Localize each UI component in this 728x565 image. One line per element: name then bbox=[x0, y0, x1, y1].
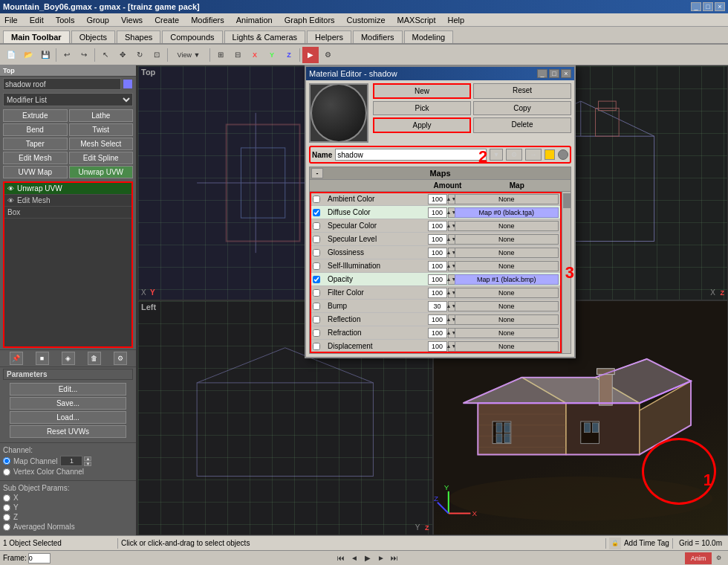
scale-icon[interactable]: ⊡ bbox=[149, 47, 165, 63]
pin-stack-btn[interactable]: 📌 bbox=[10, 352, 23, 365]
tab-modifiers[interactable]: Modifiers bbox=[353, 30, 403, 43]
redo-icon[interactable]: ↪ bbox=[76, 47, 92, 63]
maps-collapse-btn[interactable]: - bbox=[311, 168, 323, 178]
copy-material-btn[interactable]: Copy bbox=[473, 101, 571, 115]
tab-main-toolbar[interactable]: Main Toolbar bbox=[3, 30, 70, 43]
add-time-tag-btn[interactable]: Add Time Tag bbox=[624, 539, 669, 547]
mirror-icon[interactable]: ⊞ bbox=[212, 47, 229, 63]
tab-objects[interactable]: Objects bbox=[71, 30, 115, 43]
material-editor-titlebar[interactable]: Material Editor - shadow _ □ × bbox=[306, 67, 574, 80]
prev-frame-btn[interactable]: ◄ bbox=[348, 552, 360, 564]
glossiness-check[interactable] bbox=[313, 249, 320, 256]
material-name-dropdown-btn[interactable]: ▼ bbox=[490, 149, 503, 161]
refraction-map[interactable]: None bbox=[455, 328, 559, 338]
key-filters-btn[interactable]: ⚙ bbox=[713, 552, 725, 564]
specular-level-check[interactable] bbox=[313, 236, 320, 243]
menu-views[interactable]: Views bbox=[118, 15, 146, 25]
modifier-list-dropdown[interactable]: Modifier List bbox=[3, 93, 133, 106]
edit-spline-btn[interactable]: Edit Spline bbox=[69, 152, 134, 164]
filter-color-map[interactable]: None bbox=[455, 288, 559, 298]
lathe-btn[interactable]: Lathe bbox=[69, 109, 134, 122]
y-radio[interactable] bbox=[3, 504, 10, 511]
self-illumination-map[interactable]: None bbox=[455, 261, 559, 271]
delete-material-btn[interactable]: Delete bbox=[473, 117, 571, 133]
undo-icon[interactable]: ↩ bbox=[59, 47, 75, 63]
menu-animation[interactable]: Animation bbox=[233, 15, 276, 25]
map-channel-down[interactable]: ▼ bbox=[84, 462, 91, 466]
reflection-amount[interactable] bbox=[428, 314, 447, 325]
bump-amount[interactable] bbox=[428, 301, 447, 311]
z-radio[interactable] bbox=[3, 514, 10, 521]
frame-input[interactable] bbox=[28, 553, 51, 564]
view-dropdown[interactable]: View ▼ bbox=[170, 47, 207, 63]
diffuse-amount[interactable] bbox=[428, 207, 447, 218]
refraction-check[interactable] bbox=[313, 329, 320, 337]
menu-modifiers[interactable]: Modifiers bbox=[188, 15, 227, 25]
render-settings-icon[interactable]: ⚙ bbox=[319, 47, 336, 63]
tab-compounds[interactable]: Compounds bbox=[162, 30, 222, 43]
menu-maxscript[interactable]: MAXScript bbox=[394, 15, 439, 25]
twist-btn[interactable]: Twist bbox=[69, 123, 134, 136]
edit-mesh-btn[interactable]: Edit Mesh bbox=[3, 152, 68, 164]
remove-modifier-btn[interactable]: 🗑 bbox=[88, 352, 101, 365]
displacement-map[interactable]: None bbox=[455, 341, 559, 352]
ambient-check[interactable] bbox=[313, 196, 320, 203]
save-params-btn[interactable]: Save... bbox=[10, 397, 127, 410]
maps-scrollbar-thumb[interactable] bbox=[563, 193, 571, 208]
self-illumination-amount[interactable] bbox=[428, 261, 447, 271]
show-end-result-btn[interactable]: ■ bbox=[36, 352, 49, 365]
self-illumination-check[interactable] bbox=[313, 262, 320, 270]
menu-group[interactable]: Group bbox=[83, 15, 112, 25]
tab-shapes[interactable]: Shapes bbox=[117, 30, 160, 43]
tab-helpers[interactable]: Helpers bbox=[307, 30, 351, 43]
displacement-check[interactable] bbox=[313, 343, 320, 350]
maps-scroll[interactable]: Ambient Color ▲▼ None Diffuse Colo bbox=[310, 192, 571, 353]
displacement-amount[interactable] bbox=[428, 341, 447, 352]
mesh-select-btn[interactable]: Mesh Select bbox=[69, 138, 134, 150]
specular-level-map[interactable]: None bbox=[455, 234, 559, 245]
maps-scrollbar[interactable] bbox=[562, 192, 571, 353]
pick-material-btn[interactable]: Pick bbox=[373, 101, 471, 115]
specular-color-check[interactable] bbox=[313, 222, 320, 230]
menu-tools[interactable]: Tools bbox=[53, 15, 78, 25]
menu-help[interactable]: Help bbox=[445, 15, 468, 25]
dialog-close-btn[interactable]: × bbox=[561, 69, 571, 78]
move-icon[interactable]: ✥ bbox=[114, 47, 131, 63]
stack-item-box[interactable]: Box bbox=[4, 207, 131, 219]
filter-color-amount[interactable] bbox=[428, 288, 447, 298]
glossiness-amount[interactable] bbox=[428, 248, 447, 258]
specular-level-amount[interactable] bbox=[428, 234, 447, 245]
map-channel-radio[interactable] bbox=[3, 457, 10, 465]
new-material-btn[interactable]: New bbox=[373, 83, 471, 99]
specular-color-map[interactable]: None bbox=[455, 221, 559, 231]
ambient-map[interactable]: None bbox=[455, 194, 559, 204]
tab-modeling[interactable]: Modeling bbox=[404, 30, 454, 43]
averaged-normals-radio[interactable] bbox=[3, 523, 10, 531]
bump-check[interactable] bbox=[313, 303, 320, 310]
dialog-maximize-btn[interactable]: □ bbox=[549, 69, 559, 78]
taper-btn[interactable]: Taper bbox=[3, 138, 68, 150]
bump-map[interactable]: None bbox=[455, 301, 559, 311]
filter-color-check[interactable] bbox=[313, 289, 320, 297]
glossiness-map[interactable]: None bbox=[455, 248, 559, 258]
menu-edit[interactable]: Edit bbox=[27, 15, 47, 25]
lock-selection-btn[interactable]: 🔒 bbox=[609, 537, 621, 549]
dialog-minimize-btn[interactable]: _ bbox=[537, 69, 547, 78]
apply-material-btn[interactable]: Apply bbox=[373, 117, 471, 133]
stack-item-editmesh[interactable]: 👁 Edit Mesh bbox=[4, 195, 131, 207]
extrude-btn[interactable]: Extrude bbox=[3, 109, 68, 122]
menu-customize[interactable]: Customize bbox=[344, 15, 389, 25]
bend-btn[interactable]: Bend bbox=[3, 123, 68, 136]
ambient-amount[interactable] bbox=[428, 194, 447, 204]
diffuse-map[interactable]: Map #0 (black.tga) bbox=[455, 207, 559, 218]
opacity-check[interactable] bbox=[313, 276, 320, 283]
new-scene-icon[interactable]: 📄 bbox=[3, 47, 19, 63]
material-get-btn[interactable]: → bbox=[525, 149, 542, 161]
map-channel-input[interactable] bbox=[60, 456, 82, 466]
align-icon[interactable]: ⊟ bbox=[230, 47, 246, 63]
tab-lights-cameras[interactable]: Lights & Cameras bbox=[224, 30, 305, 43]
material-color-swatch[interactable] bbox=[545, 149, 555, 160]
menu-graph-editors[interactable]: Graph Editors bbox=[282, 15, 338, 25]
menu-create[interactable]: Create bbox=[152, 15, 182, 25]
opacity-map[interactable]: Map #1 (black.bmp) bbox=[455, 274, 559, 285]
